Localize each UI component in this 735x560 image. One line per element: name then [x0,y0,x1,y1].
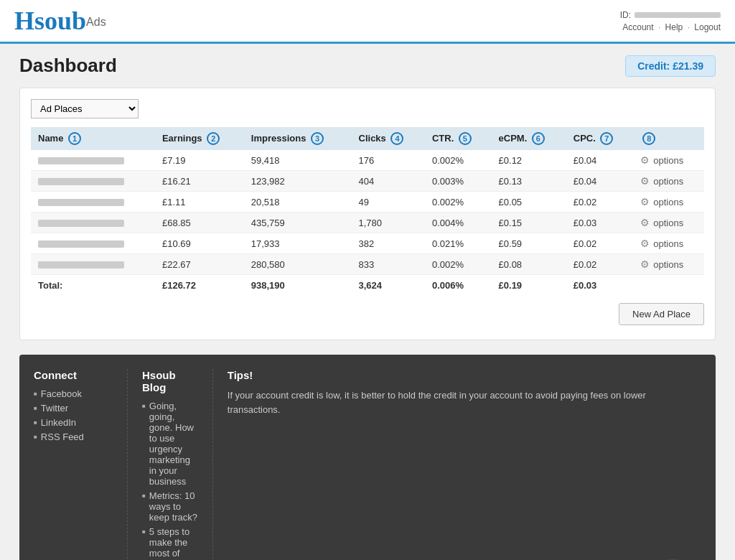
row-ecpm: £0.05 [492,192,566,213]
connect-link[interactable]: Facebook [41,388,82,399]
col-impressions: Impressions 3 [244,127,352,150]
col-cpc: CPC. 7 [566,127,633,150]
row-options[interactable]: ⚙options [633,192,704,213]
dashboard-header: Dashboard Credit: £21.39 [19,55,716,77]
row-cpc: £0.02 [566,192,633,213]
options-link[interactable]: options [653,259,683,270]
blurred-name [38,199,124,206]
tips-title: Tips! [228,369,701,381]
tips-text: If your account credit is low, it is bet… [228,388,701,416]
row-ctr: 0.002% [425,150,492,171]
row-cpc: £0.04 [566,150,633,171]
blurred-name [38,178,124,185]
main-content: Dashboard Credit: £21.39 Ad Places Name … [9,44,726,560]
connect-link-item: Twitter [34,403,113,414]
table-row: £10.69 17,933 382 0.021% £0.59 £0.02 ⚙op… [31,233,704,254]
table-row: £68.85 435,759 1,780 0.004% £0.15 £0.03 … [31,213,704,233]
table-row: £22.67 280,580 833 0.002% £0.08 £0.02 ⚙o… [31,254,704,275]
row-name [31,233,155,254]
row-clicks: 176 [352,150,425,171]
connect-links: FacebookTwitterLinkedInRSS Feed [34,388,113,442]
page-title: Dashboard [19,55,117,77]
row-impressions: 280,580 [244,254,352,275]
row-ecpm: £0.15 [492,213,566,233]
blog-post-link[interactable]: 5 steps to make the most of Twitter [149,526,198,560]
header-nav: Account · Help · Logout [620,22,721,32]
row-options[interactable]: ⚙options [633,150,704,171]
options-link[interactable]: options [653,176,683,187]
row-clicks: 1,780 [352,213,425,233]
logo-text: Hsoub [14,6,86,35]
row-name [31,213,155,233]
credit-badge: Credit: £21.39 [625,55,716,77]
row-clicks: 49 [352,192,425,213]
table-row: £16.21 123,982 404 0.003% £0.13 £0.04 ⚙o… [31,171,704,192]
gear-icon: ⚙ [640,238,650,249]
row-ctr: 0.002% [425,254,492,275]
row-ctr: 0.002% [425,192,492,213]
ad-places-dropdown[interactable]: Ad Places [31,99,139,118]
options-link[interactable]: options [653,238,683,249]
total-impressions: 938,190 [244,275,352,297]
blog-link-item: Metrics: 10 ways to keep track? [142,490,198,523]
help-link[interactable]: Help [665,22,683,32]
total-ctr: 0.006% [425,275,492,297]
total-empty [633,275,704,297]
row-cpc: £0.04 [566,171,633,192]
blurred-name [38,241,124,248]
row-impressions: 20,518 [244,192,352,213]
options-link[interactable]: options [653,155,683,166]
total-label: Total: [31,275,155,297]
row-ctr: 0.004% [425,213,492,233]
blog-link-item: 5 steps to make the most of Twitter [142,526,198,560]
table-row: £1.11 20,518 49 0.002% £0.05 £0.02 ⚙opti… [31,192,704,213]
col-num-2: 2 [207,132,220,145]
connect-link[interactable]: LinkedIn [41,417,76,428]
col-clicks: Clicks 4 [352,127,425,150]
gear-icon: ⚙ [640,196,650,207]
blog-post-link[interactable]: Metrics: 10 ways to keep track? [149,490,198,523]
connect-link-item: LinkedIn [34,417,113,428]
row-impressions: 435,759 [244,213,352,233]
blog-links: Going, going, gone. How to use urgency m… [142,401,198,560]
gear-icon: ⚙ [640,258,650,270]
connect-link[interactable]: Twitter [41,403,68,414]
row-options[interactable]: ⚙options [633,213,704,233]
row-impressions: 59,418 [244,150,352,171]
row-ecpm: £0.08 [492,254,566,275]
new-ad-place-button[interactable]: New Ad Place [619,303,704,325]
row-impressions: 17,933 [244,233,352,254]
logout-link[interactable]: Logout [694,22,721,32]
col-ecpm: eCPM. 6 [492,127,566,150]
connect-link[interactable]: RSS Feed [41,431,84,442]
blog-post-link[interactable]: Going, going, gone. How to use urgency m… [149,401,198,487]
total-cpc: £0.03 [566,275,633,297]
account-link[interactable]: Account [622,22,653,32]
row-name [31,254,155,275]
row-clicks: 382 [352,233,425,254]
row-impressions: 123,982 [244,171,352,192]
row-ecpm: £0.12 [492,150,566,171]
gear-icon: ⚙ [640,217,650,228]
col-num-4: 4 [390,132,403,145]
row-earnings: £7.19 [155,150,244,171]
row-earnings: £10.69 [155,233,244,254]
row-options[interactable]: ⚙options [633,171,704,192]
bottom-section: Connect FacebookTwitterLinkedInRSS Feed … [19,355,716,560]
row-options[interactable]: ⚙options [633,233,704,254]
row-earnings: £16.21 [155,171,244,192]
row-ecpm: £0.59 [492,233,566,254]
row-options[interactable]: ⚙options [633,254,704,275]
data-table: Name 1 Earnings 2 Impressions 3 Clicks 4… [31,127,704,296]
table-total-row: Total: £126.72 938,190 3,624 0.006% £0.1… [31,275,704,297]
row-name [31,192,155,213]
blurred-name [38,157,124,164]
header-right: ID: Account · Help · Logout [620,10,721,32]
options-link[interactable]: options [653,197,683,207]
col-num-8: 8 [642,132,655,145]
main-card: Ad Places Name 1 Earnings 2 Impressions … [19,88,716,340]
header: HsoubAds ID: Account · Help · Logout [0,0,735,44]
options-link[interactable]: options [653,218,683,228]
row-cpc: £0.02 [566,233,633,254]
row-name [31,150,155,171]
